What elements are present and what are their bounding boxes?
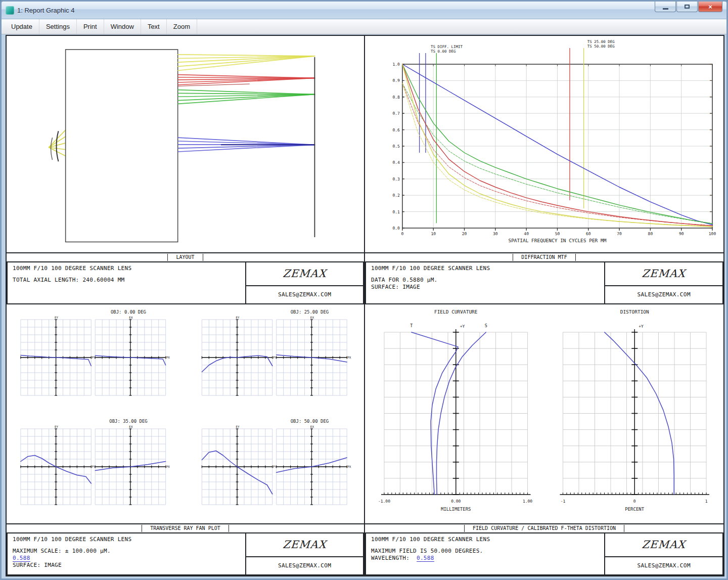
window-title: 1: Report Graphic 4 — [17, 7, 74, 14]
svg-text:EX: EX — [310, 425, 314, 428]
contact-text: SALES@ZEMAX.COM — [605, 556, 722, 574]
svg-text:OBJ: 35.00 DEG: OBJ: 35.00 DEG — [109, 419, 147, 424]
title-bar[interactable]: 1: Report Graphic 4 × — [2, 2, 726, 19]
svg-text:0.00: 0.00 — [451, 499, 461, 504]
svg-text:80: 80 — [648, 232, 653, 236]
mtf-info-line-2: SURFACE: IMAGE — [371, 284, 599, 291]
svg-text:0.5: 0.5 — [392, 144, 400, 149]
contact-text: SALES@ZEMAX.COM — [246, 285, 363, 303]
wavelength-value: 0.588 — [417, 555, 434, 562]
panel-layout: LAYOUT 100MM F/10 100 DEGREE SCANNER LEN… — [7, 36, 365, 304]
mtf-plot-area[interactable]: 00.0100.1200.2300.3400.4500.5600.6700.78… — [365, 36, 723, 252]
fcd-plot-area[interactable]: FIELD CURVATURE+Y-1.000.001.00MILLIMETER… — [365, 304, 723, 523]
ray-fan-title-cell: 100MM F/10 100 DEGREE SCANNER LENS MAXIM… — [8, 533, 246, 574]
svg-text:0.8: 0.8 — [392, 95, 400, 100]
svg-text:0.1: 0.1 — [392, 210, 400, 214]
svg-text:EY: EY — [55, 316, 59, 319]
svg-text:PX: PX — [347, 465, 351, 468]
contact-text: SALES@ZEMAX.COM — [246, 556, 363, 574]
menu-zoom[interactable]: Zoom — [167, 19, 197, 34]
ray-fan-title-block: 100MM F/10 100 DEGREE SCANNER LENS MAXIM… — [7, 532, 364, 575]
zemax-logo: ZEMAX — [605, 533, 723, 556]
mtf-title-cell: 100MM F/10 100 DEGREE SCANNER LENS DATA … — [366, 262, 605, 303]
svg-text:-1.00: -1.00 — [378, 499, 390, 504]
minimize-icon — [663, 8, 668, 10]
svg-text:0: 0 — [401, 232, 403, 236]
menu-window[interactable]: Window — [104, 19, 141, 34]
menu-text[interactable]: Text — [141, 19, 167, 34]
maximize-icon — [685, 5, 690, 9]
mtf-brand-cell: ZEMAX SALES@ZEMAX.COM — [605, 262, 722, 303]
svg-text:30: 30 — [493, 232, 498, 236]
lens-title: 100MM F/10 100 DEGREE SCANNER LENS — [371, 536, 599, 543]
svg-text:-1: -1 — [561, 499, 566, 504]
svg-text:TS 50.00 DEG: TS 50.00 DEG — [587, 44, 615, 49]
svg-text:TS 25.00 DEG: TS 25.00 DEG — [587, 39, 615, 44]
svg-text:SPATIAL FREQUENCY IN CYCLES PE: SPATIAL FREQUENCY IN CYCLES PER MM — [508, 238, 606, 243]
report-canvas: LAYOUT 100MM F/10 100 DEGREE SCANNER LEN… — [6, 35, 724, 576]
maximize-button[interactable] — [676, 2, 698, 12]
svg-text:100: 100 — [709, 232, 716, 236]
svg-text:40: 40 — [524, 232, 529, 236]
svg-text:+Y: +Y — [460, 324, 465, 329]
svg-text:50: 50 — [555, 232, 560, 236]
layout-plot-area[interactable] — [7, 36, 364, 252]
svg-text:PX: PX — [166, 465, 170, 468]
svg-text:OBJ: 0.00 DEG: OBJ: 0.00 DEG — [111, 309, 146, 315]
svg-text:60: 60 — [586, 232, 591, 236]
svg-text:EX: EX — [129, 316, 133, 319]
svg-text:OBJ: 25.00 DEG: OBJ: 25.00 DEG — [291, 309, 329, 315]
menu-settings[interactable]: Settings — [39, 19, 77, 34]
panel-field-curvature-distortion: FIELD CURVATURE+Y-1.000.001.00MILLIMETER… — [365, 304, 723, 575]
close-button[interactable]: × — [698, 2, 722, 12]
svg-text:0.6: 0.6 — [392, 128, 400, 132]
svg-text:TS 0.00 DEG: TS 0.00 DEG — [431, 49, 456, 54]
menu-bar: Update Settings Print Window Text Zoom — [2, 19, 726, 34]
minimize-button[interactable] — [655, 2, 676, 12]
lens-title: 100MM F/10 100 DEGREE SCANNER LENS — [371, 265, 599, 272]
ray-fan-surface-line: SURFACE: IMAGE — [13, 562, 240, 569]
fcd-brand-cell: ZEMAX SALES@ZEMAX.COM — [605, 533, 722, 574]
zemax-logo: ZEMAX — [246, 262, 364, 285]
svg-text:EY: EY — [236, 316, 240, 319]
layout-plot — [7, 36, 364, 252]
ray-fan-plot-area[interactable]: OBJ: 0.00 DEGEYPYEXPXOBJ: 25.00 DEGEYPYE… — [7, 304, 364, 523]
svg-text:EY: EY — [55, 425, 59, 428]
wavelength-value: 0.588 — [13, 555, 30, 562]
zemax-logo: ZEMAX — [605, 262, 723, 285]
svg-text:PERCENT: PERCENT — [625, 507, 644, 512]
panel-mtf: 00.0100.1200.2300.3400.4500.5600.6700.78… — [365, 36, 723, 304]
svg-text:EX: EX — [310, 316, 314, 319]
svg-text:+Y: +Y — [639, 324, 644, 329]
svg-text:PX: PX — [347, 355, 351, 359]
svg-text:20: 20 — [462, 232, 467, 236]
svg-text:0.7: 0.7 — [392, 111, 400, 116]
svg-text:OBJ: 50.00 DEG: OBJ: 50.00 DEG — [291, 419, 329, 424]
svg-text:90: 90 — [679, 232, 684, 236]
menu-update[interactable]: Update — [5, 19, 39, 34]
window-controls: × — [654, 2, 722, 12]
layout-title-cell: 100MM F/10 100 DEGREE SCANNER LENS TOTAL… — [8, 262, 246, 303]
layout-brand-cell: ZEMAX SALES@ZEMAX.COM — [246, 262, 363, 303]
ray-fan-scale-line: MAXIMUM SCALE: ± 100.000 µM. — [13, 548, 240, 555]
mtf-title-block: 100MM F/10 100 DEGREE SCANNER LENS DATA … — [365, 261, 723, 304]
svg-text:1: 1 — [705, 499, 708, 504]
fcd-field-line: MAXIMUM FIELD IS 50.000 DEGREES. — [371, 548, 599, 555]
ray-fan-caption: TRANSVERSE RAY FAN PLOT — [7, 523, 364, 532]
close-icon: × — [708, 4, 712, 10]
svg-text:FIELD CURVATURE: FIELD CURVATURE — [434, 309, 478, 315]
app-window: 1: Report Graphic 4 × Update Settings Pr… — [0, 0, 728, 580]
svg-text:T: T — [410, 323, 413, 328]
ray-fan-brand-cell: ZEMAX SALES@ZEMAX.COM — [246, 533, 363, 574]
zemax-logo: ZEMAX — [246, 533, 364, 556]
svg-text:10: 10 — [431, 232, 436, 236]
svg-text:0.4: 0.4 — [392, 160, 400, 165]
svg-text:0.2: 0.2 — [392, 193, 400, 198]
ray-fan-plot: OBJ: 0.00 DEGEYPYEXPXOBJ: 25.00 DEGEYPYE… — [7, 304, 364, 523]
svg-text:TS DIFF. LIMIT: TS DIFF. LIMIT — [431, 44, 463, 49]
fcd-title-block: 100MM F/10 100 DEGREE SCANNER LENS MAXIM… — [365, 532, 723, 575]
wavelength-label: WAVELENGTH: — [371, 555, 410, 561]
panel-ray-fan: OBJ: 0.00 DEGEYPYEXPXOBJ: 25.00 DEGEYPYE… — [7, 304, 365, 575]
lens-title: 100MM F/10 100 DEGREE SCANNER LENS — [13, 265, 240, 272]
menu-print[interactable]: Print — [77, 19, 104, 34]
